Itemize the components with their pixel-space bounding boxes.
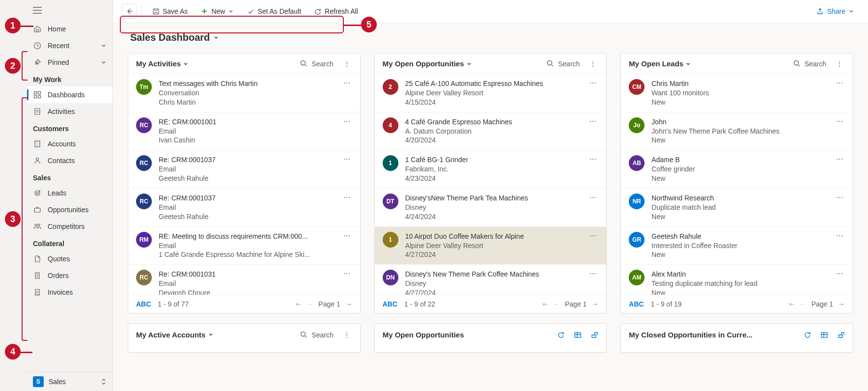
first-page-icon[interactable]: ⇤ (296, 300, 302, 308)
item-menu[interactable]: ⋯ (341, 194, 352, 201)
sidebar-pinned[interactable]: Pinned (27, 54, 112, 71)
sidebar-opportunities[interactable]: Opportunities (27, 201, 112, 218)
sidebar-header-sales: Sales (27, 169, 112, 185)
prev-page-icon[interactable]: ← (553, 300, 560, 308)
sidebar-contacts[interactable]: Contacts (27, 152, 112, 169)
sidebar-accounts[interactable]: Accounts (27, 136, 112, 152)
item-title: Text messages with Chris Martin (159, 79, 341, 88)
svg-point-14 (301, 61, 306, 65)
sidebar-competitors[interactable]: Competitors (27, 218, 112, 235)
expand-icon[interactable] (590, 331, 598, 339)
next-page-icon[interactable]: → (591, 300, 598, 308)
item-menu[interactable]: ⋯ (588, 155, 598, 163)
list-item[interactable]: TmText messages with Chris MartinConvers… (128, 74, 360, 112)
share-button[interactable]: Share (812, 5, 859, 18)
list-item[interactable]: 11 Café BG-1 GrinderFabrikam, Inc.4/23/2… (375, 150, 607, 189)
item-menu[interactable]: ⋯ (834, 232, 845, 240)
list-item[interactable]: RMRE: Meeting to discuss requirements CR… (128, 227, 360, 265)
prev-page-icon[interactable]: ← (307, 300, 313, 308)
next-page-icon[interactable]: → (838, 300, 845, 308)
sidebar-invoices[interactable]: Invoices (27, 284, 112, 301)
item-menu[interactable]: ⋯ (834, 117, 845, 125)
card-menu[interactable]: ⋮ (588, 60, 598, 68)
item-menu[interactable]: ⋯ (588, 79, 598, 87)
item-subtitle: Testing duplicate matching for lead (651, 279, 834, 288)
list-item[interactable]: GRGeetesh RahuleInterested in Coffee Roa… (621, 227, 853, 265)
card-search[interactable]: Search (300, 60, 333, 68)
abc-filter[interactable]: ABC (629, 300, 644, 308)
item-menu[interactable]: ⋯ (588, 232, 598, 240)
sidebar-label: Activities (48, 108, 75, 115)
item-menu[interactable]: ⋯ (341, 117, 352, 125)
item-menu[interactable]: ⋯ (588, 117, 598, 125)
avatar: DN (383, 270, 398, 285)
next-page-icon[interactable]: → (345, 300, 352, 308)
item-meta: Devansh Choure (159, 288, 341, 295)
card-title[interactable]: My Open Leads (629, 59, 691, 68)
list-item[interactable]: 225 Café A-100 Automatic Espresso Machin… (375, 74, 607, 112)
button-label: New (211, 7, 225, 15)
card-title[interactable]: My Activities (136, 59, 189, 68)
item-menu[interactable]: ⋯ (834, 270, 845, 278)
svg-point-12 (38, 224, 40, 226)
item-menu[interactable]: ⋯ (834, 155, 845, 163)
card-menu[interactable]: ⋮ (834, 60, 845, 68)
refresh-icon[interactable] (557, 331, 565, 339)
list-item[interactable]: RCRe: CRM:0001037EmailGeetesh Rahule⋯ (128, 189, 360, 227)
card-menu[interactable]: ⋮ (341, 331, 352, 339)
sidebar-label: Pinned (48, 58, 69, 66)
list-item[interactable]: JoJohnJohn's New Theme Park Coffee Machi… (621, 112, 853, 151)
card-search[interactable]: Search (300, 331, 333, 339)
sidebar-activities[interactable]: Activities (27, 103, 112, 120)
list-item[interactable]: DTDisney'sNew Theme Park Tea MachinesDis… (375, 189, 607, 227)
main-content: Save As New Set As Default Refresh All S… (113, 0, 868, 391)
card-search[interactable]: Search (793, 60, 826, 68)
table-icon[interactable] (574, 331, 582, 339)
abc-filter[interactable]: ABC (136, 300, 151, 308)
refresh-icon[interactable] (804, 331, 812, 339)
opportunities-list: 225 Café A-100 Automatic Espresso Machin… (375, 74, 607, 295)
item-menu[interactable]: ⋯ (588, 194, 598, 201)
item-menu[interactable]: ⋯ (341, 155, 352, 163)
list-item[interactable]: RCRe: CRM:0001037EmailGeetesh Rahule⋯ (128, 150, 360, 189)
card-title[interactable]: My Open Opportunities (383, 59, 472, 68)
avatar: RC (136, 117, 152, 133)
sidebar-home[interactable]: Home (27, 21, 112, 37)
list-item[interactable]: AMAlex MartinTesting duplicate matching … (621, 265, 853, 295)
sidebar-dashboards[interactable]: Dashboards (27, 86, 112, 103)
list-item[interactable]: CMChris MartinWant 100 monitorsNew⋯ (621, 74, 853, 112)
svg-point-7 (36, 158, 39, 161)
item-menu[interactable]: ⋯ (834, 194, 845, 201)
list-item[interactable]: NRNorthwind ResearchDuplicate match lead… (621, 189, 853, 227)
chevron-down-icon (183, 61, 189, 67)
expand-icon[interactable] (837, 331, 845, 339)
list-item[interactable]: RCRe: CRM:0001031EmailDevansh Choure⋯ (128, 265, 360, 295)
sidebar-app-switcher[interactable]: S Sales (27, 372, 112, 391)
card-menu[interactable]: ⋮ (341, 60, 352, 68)
sidebar-leads[interactable]: Leads (27, 185, 112, 201)
table-icon[interactable] (820, 331, 828, 339)
list-item[interactable]: 110 Airpot Duo Coffee Makers for AlpineA… (375, 227, 607, 265)
item-menu[interactable]: ⋯ (341, 79, 352, 87)
card-search[interactable]: Search (547, 60, 580, 68)
list-item[interactable]: RCRE: CRM:0001001EmailIvan Cashin⋯ (128, 112, 360, 151)
abc-filter[interactable]: ABC (383, 300, 397, 308)
item-menu[interactable]: ⋯ (834, 79, 845, 87)
sidebar-recent[interactable]: Recent (27, 37, 112, 54)
avatar: 1 (383, 155, 398, 171)
sidebar-quotes[interactable]: Quotes (27, 251, 112, 267)
first-page-icon[interactable]: ⇤ (789, 300, 795, 308)
list-item[interactable]: ABAdame BCoffee grinderNew⋯ (621, 150, 853, 189)
svg-rect-6 (35, 141, 40, 147)
clock-icon (33, 41, 42, 50)
list-item[interactable]: 44 Café Grande Espresso MachinesA. Datum… (375, 112, 607, 151)
sidebar-orders[interactable]: Orders (27, 267, 112, 284)
first-page-icon[interactable]: ⇤ (542, 300, 548, 308)
prev-page-icon[interactable]: ← (800, 300, 807, 308)
card-title[interactable]: My Active Accounts (136, 331, 300, 339)
hamburger-icon[interactable] (27, 0, 112, 21)
list-item[interactable]: DNDisney's New Theme Park Coffee Machine… (375, 265, 607, 295)
item-menu[interactable]: ⋯ (341, 270, 352, 278)
item-menu[interactable]: ⋯ (341, 232, 352, 240)
item-menu[interactable]: ⋯ (588, 270, 598, 278)
